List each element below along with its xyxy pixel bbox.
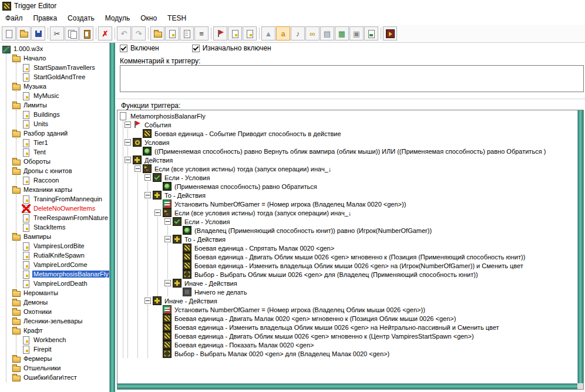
new-map-button[interactable] <box>2 26 16 40</box>
terrain-editor-button[interactable]: ▲ <box>261 26 275 40</box>
trigger-row[interactable]: StartSpawnTravellers <box>22 63 109 72</box>
enabled-checkbox[interactable]: Включен <box>120 44 159 52</box>
function-tree-row[interactable]: Боевая единица - Показать Малак 0020 <ge… <box>153 340 576 349</box>
function-tree-row[interactable]: ((Применяемая способность) равно Вернуть… <box>133 147 576 156</box>
collapse-box-icon[interactable] <box>163 279 173 288</box>
test-map-button[interactable] <box>383 26 397 40</box>
trigger-row[interactable]: DeleteNoOwnerItems <box>22 204 109 213</box>
function-tree-row[interactable]: Установить NumberOfGamer = (Номер игрока… <box>153 305 576 314</box>
new-category-button[interactable] <box>150 26 164 40</box>
trigger-row[interactable]: Tier1 <box>22 138 109 147</box>
function-tree-row[interactable]: Боевая единица - Изменить владельца Обли… <box>153 323 576 332</box>
function-tree-row[interactable]: (Применяемая способность) равно Обратить… <box>153 182 576 191</box>
trigger-category-row[interactable]: Крафт <box>12 326 109 335</box>
function-tree-row[interactable]: Боевая единица - Двигать Малак 0020 <gen… <box>153 314 576 323</box>
trigger-category-row[interactable]: Вампиры <box>12 232 109 241</box>
trigger-row[interactable]: Units <box>22 119 109 129</box>
trigger-comment-input[interactable] <box>120 65 584 92</box>
trigger-category-row[interactable]: Начало <box>12 53 109 63</box>
trigger-category-row[interactable]: Лесники-зельевары <box>12 316 109 326</box>
menu-file[interactable]: Файл <box>0 12 28 24</box>
trigger-category-row[interactable]: Охотники <box>12 307 109 316</box>
cut-button[interactable]: ✂ <box>50 26 64 40</box>
sound-editor-button[interactable]: ♪ <box>291 26 305 40</box>
function-tree-row[interactable]: Боевая единица - Изменить владельца Обли… <box>173 261 576 270</box>
function-tree-row[interactable]: То - Действия <box>143 191 576 200</box>
function-tree-row[interactable]: Если - Условия <box>163 217 576 226</box>
ai-editor-button[interactable]: ▦ <box>335 26 349 40</box>
function-root-row[interactable]: MetamorphosisBalanarFly <box>119 111 576 120</box>
trigger-category-row[interactable]: Фермеры <box>12 354 109 363</box>
function-tree-row[interactable]: События <box>123 120 576 129</box>
function-tree-row[interactable]: Выбор - Выбрать Малак 0020 <gen> для (Вл… <box>153 349 576 358</box>
collapse-box-icon[interactable] <box>123 138 133 147</box>
save-map-button[interactable] <box>31 26 45 40</box>
trigger-row[interactable]: Workbench <box>22 335 109 344</box>
menu-window[interactable]: Окно <box>135 12 162 24</box>
collapse-box-icon[interactable] <box>163 217 173 226</box>
delete-button[interactable]: ✗ <box>98 26 112 40</box>
undo-button[interactable]: ↶ <box>117 26 131 40</box>
object-manager-button[interactable]: ▣ <box>349 26 364 40</box>
function-tree-row[interactable]: Выбор - Выбрать Облик мыши 0026 <gen> дл… <box>173 270 576 279</box>
trigger-category-row[interactable]: Нероманты <box>12 288 109 298</box>
collapse-box-icon[interactable] <box>163 235 173 244</box>
copy-button[interactable] <box>65 26 79 40</box>
trigger-row[interactable]: MyMusic <box>22 91 109 100</box>
trigger-row[interactable]: TraningFromMannequin <box>22 194 109 204</box>
trigger-category-row[interactable]: Обороты <box>12 157 109 166</box>
trigger-row[interactable]: Firepit <box>22 344 109 354</box>
collapse-box-icon[interactable] <box>133 164 143 173</box>
function-tree-row[interactable]: Боевая единица - Событие Приводит способ… <box>133 129 576 138</box>
import-manager-button[interactable] <box>364 26 378 40</box>
new-trigger-button[interactable] <box>165 26 179 40</box>
trigger-row[interactable]: StartGoldAndTree <box>22 72 109 82</box>
function-tree-row[interactable]: То - Действия <box>163 235 576 244</box>
collapse-box-icon[interactable] <box>153 208 163 217</box>
trigger-row[interactable]: VampiresLordBite <box>22 241 109 251</box>
trigger-tree-scrollbar[interactable] <box>109 43 115 392</box>
function-tree-row[interactable]: Ничего не делать <box>173 288 576 296</box>
function-tree-row[interactable]: Боевая единица - Двигать Облик мыши 0026… <box>173 252 576 261</box>
function-tree-row[interactable]: Иначе - Действия <box>143 296 576 305</box>
function-tree-row[interactable]: Установить NumberOfGamer = (Номер игрока… <box>153 200 576 208</box>
trigger-row[interactable]: VampireLordCome <box>22 260 109 269</box>
trigger-row[interactable]: RutialKnifeSpawn <box>22 251 109 260</box>
new-trigger-comment-button[interactable] <box>180 26 194 40</box>
trigger-category-row[interactable]: Музыка <box>12 82 109 91</box>
function-tree-row[interactable]: Иначе - Действия <box>163 279 576 288</box>
function-tree-row[interactable]: Если (все условия истины) тогда (запуск … <box>133 164 576 173</box>
function-tree-row[interactable]: Если (все условия истины) тогда (запуск … <box>153 208 576 217</box>
menu-edit[interactable]: Правка <box>28 12 63 24</box>
convert-to-text-button[interactable]: ≡ <box>194 26 209 40</box>
menu-create[interactable]: Создать <box>62 12 100 24</box>
campaign-editor-button[interactable]: ▤ <box>320 26 334 40</box>
trigger-category-row[interactable]: Ошибки\баги\тест <box>12 373 109 382</box>
function-tree-row[interactable]: Боевая единица - Спрятать Малак 0020 <ge… <box>173 244 576 252</box>
collapse-box-icon[interactable] <box>143 296 153 305</box>
collapse-box-icon[interactable] <box>123 156 133 164</box>
new-event-button[interactable] <box>213 26 227 40</box>
function-tree-hscrollbar[interactable] <box>117 383 577 389</box>
trigger-row[interactable]: Buildings <box>22 110 109 119</box>
trigger-row[interactable]: TreeRespawnFromNature <box>22 213 109 222</box>
function-tree-vscrollbar[interactable] <box>577 110 583 383</box>
trigger-category-row[interactable]: Механики карты <box>12 185 109 194</box>
trigger-category-row[interactable]: Разбор зданий <box>12 129 109 138</box>
trigger-category-row[interactable]: Дропы с юнитов <box>12 166 109 175</box>
collapse-box-icon[interactable] <box>143 191 153 200</box>
trigger-row[interactable]: StackItems <box>22 222 109 232</box>
trigger-row[interactable]: Raccoon <box>22 175 109 185</box>
trigger-row[interactable]: VampireLordDeath <box>22 279 109 288</box>
paste-button[interactable] <box>79 26 93 40</box>
trigger-category-row[interactable]: Демоны <box>12 298 109 307</box>
initially-on-checkbox[interactable]: Изначально включен <box>192 44 271 52</box>
new-action-button[interactable] <box>243 26 257 40</box>
collapse-box-icon[interactable] <box>143 173 153 182</box>
function-tree-row[interactable]: (Владелец (Применяющий способность юнит)… <box>173 226 576 235</box>
menu-module[interactable]: Модуль <box>100 12 136 24</box>
new-condition-button[interactable] <box>228 26 242 40</box>
trigger-category-row[interactable]: Отшельники <box>12 363 109 373</box>
function-tree-row[interactable]: Если - Условия <box>143 173 576 182</box>
collapse-box-icon[interactable] <box>123 120 133 129</box>
